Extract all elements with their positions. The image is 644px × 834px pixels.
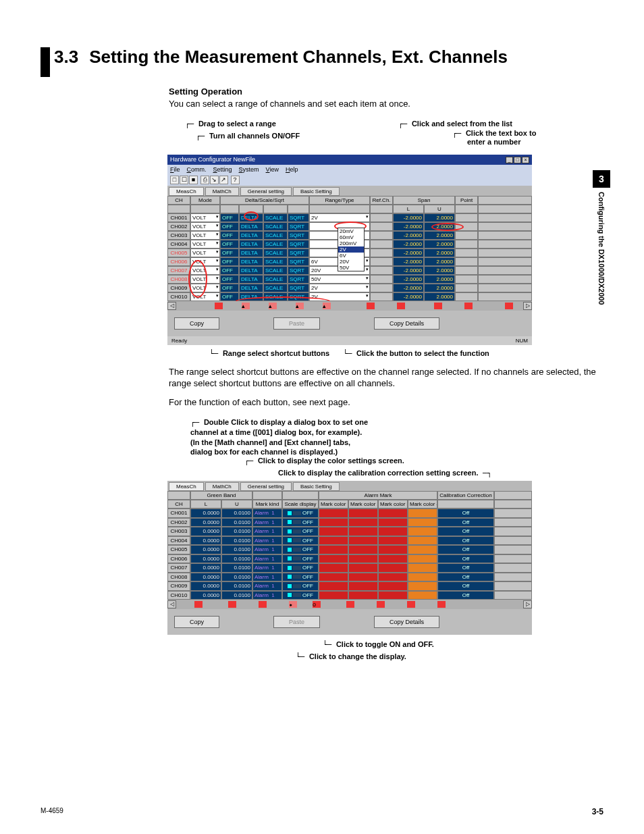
markcolor2-cell[interactable] <box>348 536 378 546</box>
table-row[interactable]: CH010 VOLT OFF DELTA SCALE SQRT 2V -2.00… <box>167 292 532 301</box>
markcolor1-cell[interactable] <box>319 545 348 554</box>
markcolor1-cell[interactable] <box>319 536 348 546</box>
markkind-cell[interactable]: Alarm 1 <box>252 527 282 536</box>
markcolor1-cell[interactable] <box>319 591 348 600</box>
calib-cell[interactable]: Off <box>437 545 494 554</box>
span-u-cell[interactable]: 2.0000 <box>424 292 455 301</box>
menu-item[interactable]: Help <box>286 166 298 173</box>
delta-button[interactable]: DELTA <box>239 213 263 222</box>
span-u-cell[interactable]: 2.0000 <box>424 266 455 275</box>
copy-details-button[interactable]: Copy Details <box>374 317 439 330</box>
calib-cell[interactable]: Off <box>437 554 494 564</box>
scaledisplay-toggle[interactable]: OFF <box>282 518 319 527</box>
range-cell[interactable]: 2V <box>309 284 370 292</box>
gb-u-cell[interactable]: 0.0100 <box>221 509 252 518</box>
span-l-cell[interactable]: -2.0000 <box>393 213 424 222</box>
span-l-cell[interactable]: -2.0000 <box>393 275 424 284</box>
copy-button-2[interactable]: Copy <box>174 616 219 628</box>
scaledisplay-toggle[interactable]: OFF <box>282 527 319 536</box>
scale-button[interactable]: SCALE <box>263 222 288 231</box>
sqrt-button[interactable]: SQRT <box>288 240 309 249</box>
scale-button[interactable]: SCALE <box>263 231 288 240</box>
markcolor4-cell[interactable] <box>408 591 437 600</box>
span-l-cell[interactable]: -2.0000 <box>393 284 424 292</box>
table-row[interactable]: CH009 VOLT OFF DELTA SCALE SQRT 2V -2.00… <box>167 284 532 292</box>
off-button[interactable]: OFF <box>220 266 239 275</box>
scaledisplay-toggle[interactable]: OFF <box>282 581 319 591</box>
markkind-cell[interactable]: Alarm 1 <box>252 581 282 591</box>
span-u-cell[interactable]: 2.0000 <box>424 222 455 231</box>
sqrt-button[interactable]: SQRT <box>288 249 309 257</box>
sqrt-button[interactable]: SQRT <box>288 213 309 222</box>
scroll-right-icon[interactable]: ▷ <box>523 302 532 310</box>
menubar[interactable]: FileComm.SettingSystemViewHelp <box>167 165 532 174</box>
tab-measch[interactable]: MeasCh <box>169 482 204 491</box>
markcolor2-cell[interactable] <box>348 573 378 582</box>
off-button[interactable]: OFF <box>220 213 239 222</box>
markcolor2-cell[interactable] <box>348 591 378 600</box>
menu-item[interactable]: Comm. <box>187 166 207 173</box>
markcolor4-cell[interactable] <box>408 563 437 573</box>
scaledisplay-toggle[interactable]: OFF <box>282 591 319 600</box>
range-dropdown[interactable]: 20mV60mV200mV2V6V20V50V <box>338 228 365 271</box>
markcolor1-cell[interactable] <box>319 581 348 591</box>
menu-item[interactable]: Setting <box>213 166 232 173</box>
sqrt-button[interactable]: SQRT <box>288 266 309 275</box>
dropdown-option[interactable]: 20V <box>338 259 364 265</box>
span-u-cell[interactable]: 2.0000 <box>424 213 455 222</box>
tab-measch[interactable]: MeasCh <box>169 187 204 196</box>
range-cell[interactable]: 2V <box>309 213 370 222</box>
gb-l-cell[interactable]: 0.0000 <box>190 581 221 591</box>
dropdown-option[interactable]: 200mV <box>338 240 364 246</box>
sqrt-button[interactable]: SQRT <box>288 292 309 301</box>
sqrt-button[interactable]: SQRT <box>288 257 309 266</box>
calib-cell[interactable]: Off <box>437 518 494 527</box>
mode-cell[interactable]: VOLT <box>190 231 220 240</box>
markcolor1-cell[interactable] <box>319 527 348 536</box>
markkind-cell[interactable]: Alarm 1 <box>252 509 282 518</box>
scale-button[interactable]: SCALE <box>263 292 288 301</box>
markcolor3-cell[interactable] <box>378 591 408 600</box>
delta-button[interactable]: DELTA <box>239 222 263 231</box>
markkind-cell[interactable]: Alarm 1 <box>252 573 282 582</box>
off-button[interactable]: OFF <box>220 275 239 284</box>
calib-cell[interactable]: Off <box>437 573 494 582</box>
paste-button[interactable]: Paste <box>273 317 320 330</box>
gb-u-cell[interactable]: 0.0100 <box>221 545 252 554</box>
span-u-cell[interactable]: 2.0000 <box>424 257 455 266</box>
markcolor2-cell[interactable] <box>348 545 378 554</box>
delta-button[interactable]: DELTA <box>239 257 263 266</box>
markkind-cell[interactable]: Alarm 1 <box>252 518 282 527</box>
gb-l-cell[interactable]: 0.0000 <box>190 573 221 582</box>
copy-button[interactable]: Copy <box>174 317 219 330</box>
mode-cell[interactable]: VOLT <box>190 240 220 249</box>
markkind-cell[interactable]: Alarm 1 <box>252 591 282 600</box>
markcolor2-cell[interactable] <box>348 563 378 573</box>
scaledisplay-toggle[interactable]: OFF <box>282 536 319 546</box>
table-row[interactable]: CH005 0.0000 0.0100 Alarm 1 OFF Off <box>167 545 532 554</box>
markkind-cell[interactable]: Alarm 1 <box>252 545 282 554</box>
markcolor1-cell[interactable] <box>319 518 348 527</box>
gb-l-cell[interactable]: 0.0000 <box>190 536 221 546</box>
scale-button[interactable]: SCALE <box>263 275 288 284</box>
tab-general-setting[interactable]: General setting <box>240 482 292 491</box>
markcolor4-cell[interactable] <box>408 509 437 518</box>
sqrt-button[interactable]: SQRT <box>288 284 309 292</box>
markcolor3-cell[interactable] <box>378 518 408 527</box>
scale-button[interactable]: SCALE <box>263 266 288 275</box>
gb-l-cell[interactable]: 0.0000 <box>190 563 221 573</box>
delta-button[interactable]: DELTA <box>239 292 263 301</box>
scale-button[interactable]: SCALE <box>263 257 288 266</box>
scale-button[interactable]: SCALE <box>263 249 288 257</box>
markcolor2-cell[interactable] <box>348 509 378 518</box>
sqrt-button[interactable]: SQRT <box>288 222 309 231</box>
tab-mathch[interactable]: MathCh <box>205 482 239 491</box>
off-button[interactable]: OFF <box>220 240 239 249</box>
gb-l-cell[interactable]: 0.0000 <box>190 545 221 554</box>
off-button[interactable]: OFF <box>220 284 239 292</box>
gb-l-cell[interactable]: 0.0000 <box>190 527 221 536</box>
scale-button[interactable]: SCALE <box>263 284 288 292</box>
delta-button[interactable]: DELTA <box>239 284 263 292</box>
span-l-cell[interactable]: -2.0000 <box>393 222 424 231</box>
tab-general-setting[interactable]: General setting <box>240 187 292 196</box>
